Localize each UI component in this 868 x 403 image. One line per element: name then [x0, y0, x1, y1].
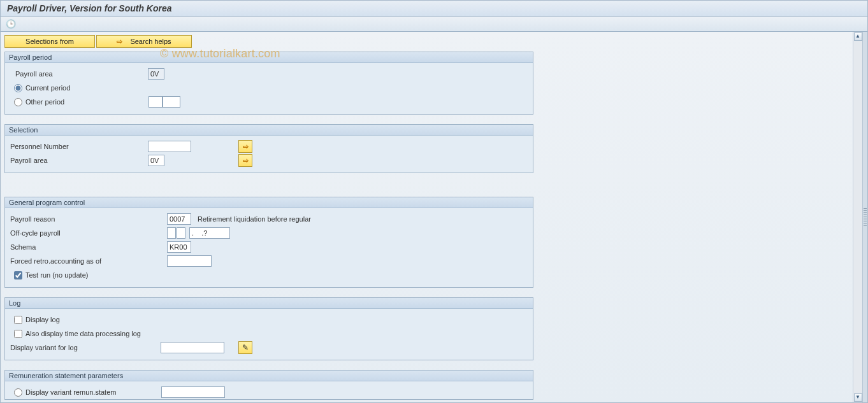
- group-remuneration: Remuneration statement parameters Displa…: [4, 370, 533, 400]
- offcycle-date-field[interactable]: [189, 227, 230, 239]
- offcycle-label: Off-cycle payroll: [10, 229, 163, 237]
- mini-toolbar: 🕒: [1, 17, 867, 32]
- sel-payroll-area-field[interactable]: [148, 155, 164, 166]
- sel-payroll-area-label: Payroll area: [10, 157, 144, 164]
- vertical-scrollbar[interactable]: ▲ ▼: [853, 32, 862, 402]
- search-helps-label: Search helps: [130, 38, 171, 45]
- test-run-label: Test run (no update): [25, 271, 88, 279]
- arrow-right-icon: ⇨: [243, 157, 249, 165]
- scroll-down-icon[interactable]: ▼: [854, 393, 862, 402]
- also-time-log-label: Also display time data processing log: [25, 330, 141, 337]
- selections-from-label: Selections from: [25, 38, 74, 45]
- page-title: Payroll Driver, Version for South Korea: [1, 1, 867, 17]
- display-variant-remun-label: Display variant remun.statem: [25, 388, 161, 396]
- display-variant-remun-radio[interactable]: [14, 388, 22, 397]
- arrow-right-icon: ⇨: [117, 38, 122, 46]
- group-general-program-control: General program control Payroll reason R…: [4, 197, 533, 288]
- payroll-reason-label: Payroll reason: [10, 215, 163, 223]
- also-time-log-checkbox[interactable]: [14, 330, 22, 338]
- search-helps-button[interactable]: ⇨ Search helps: [96, 35, 192, 48]
- log-variant-label: Display variant for log: [10, 344, 157, 351]
- forced-retro-label: Forced retro.accounting as of: [10, 257, 163, 265]
- current-period-radio[interactable]: [14, 84, 22, 92]
- group-legend: Selection: [5, 125, 533, 136]
- personnel-number-label: Personnel Number: [10, 143, 144, 150]
- log-variant-edit-button[interactable]: ✎: [238, 341, 252, 354]
- execute-icon[interactable]: 🕒: [6, 19, 16, 29]
- schema-field[interactable]: [167, 241, 191, 253]
- forced-retro-field[interactable]: [167, 255, 212, 267]
- pencil-icon: ✎: [242, 343, 249, 352]
- display-log-checkbox[interactable]: [14, 316, 22, 324]
- page-title-text: Payroll Driver, Version for South Korea: [7, 3, 172, 13]
- personnel-number-multi-button[interactable]: ⇨: [238, 140, 252, 153]
- selections-from-button[interactable]: Selections from: [4, 35, 95, 48]
- group-selection: Selection Personnel Number ⇨ Payroll are…: [4, 124, 533, 173]
- arrow-right-icon: ⇨: [243, 143, 249, 151]
- log-variant-field[interactable]: [161, 342, 224, 353]
- right-drag-handle[interactable]: [862, 32, 867, 402]
- payroll-reason-desc: Retirement liquidation before regular: [198, 215, 311, 223]
- group-legend: Payroll period: [5, 52, 533, 63]
- app-window: Payroll Driver, Version for South Korea …: [0, 0, 868, 403]
- other-period-field-1[interactable]: [148, 96, 163, 108]
- group-payroll-period: Payroll period Payroll area Current peri…: [4, 52, 533, 115]
- offcycle-field-1[interactable]: [167, 227, 176, 239]
- content-area: © www.tutorialkart.com Selections from ⇨…: [1, 32, 853, 402]
- other-period-label: Other period: [25, 98, 148, 106]
- test-run-checkbox[interactable]: [14, 271, 22, 279]
- schema-label: Schema: [10, 243, 163, 251]
- group-log: Log Display log Also display time data p…: [4, 297, 533, 360]
- payroll-area-label: Payroll area: [10, 70, 144, 78]
- group-legend: Log: [5, 298, 533, 309]
- payroll-reason-field[interactable]: [167, 213, 191, 225]
- other-period-field-2[interactable]: [163, 96, 180, 108]
- personnel-number-field[interactable]: [148, 141, 191, 152]
- selection-buttons: Selections from ⇨ Search helps: [4, 35, 853, 48]
- current-period-label: Current period: [25, 84, 70, 92]
- group-legend: Remuneration statement parameters: [5, 371, 533, 381]
- payroll-area-field: [148, 68, 164, 80]
- offcycle-field-2[interactable]: [177, 227, 185, 239]
- display-log-label: Display log: [25, 316, 60, 323]
- payroll-area-multi-button[interactable]: ⇨: [238, 154, 252, 167]
- display-variant-remun-field[interactable]: [161, 386, 225, 398]
- other-period-radio[interactable]: [14, 98, 22, 106]
- group-legend: General program control: [5, 197, 533, 208]
- scroll-up-icon[interactable]: ▲: [854, 32, 862, 41]
